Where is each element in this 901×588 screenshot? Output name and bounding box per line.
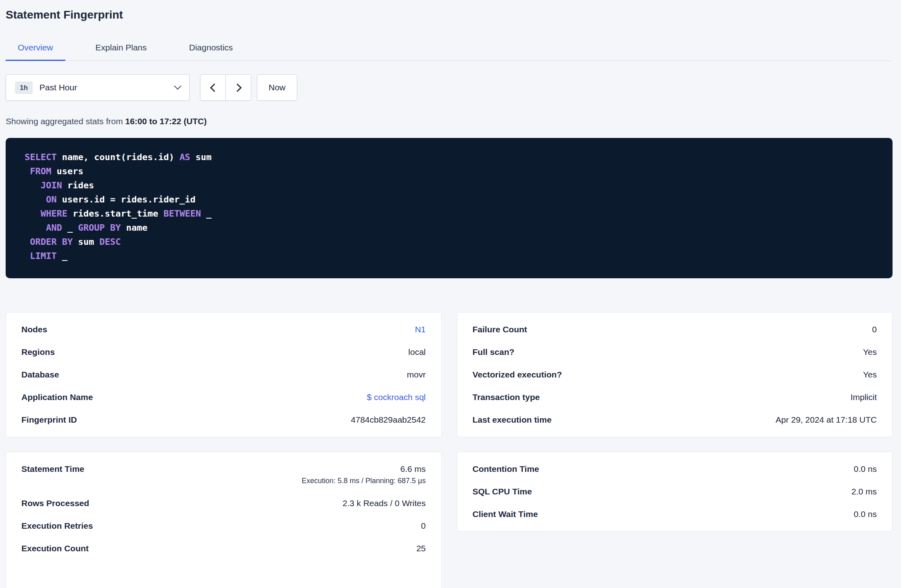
stat-row: Execution Count25 bbox=[21, 537, 426, 560]
stat-value-box: 25 bbox=[416, 543, 425, 554]
stat-value-box: 4784cb829aab2542 bbox=[351, 415, 426, 425]
statement-details-card: NodesN1RegionslocalDatabasemovrApplicati… bbox=[6, 312, 442, 437]
stat-row: NodesN1 bbox=[21, 318, 426, 341]
stat-value: 0 bbox=[872, 325, 877, 334]
time-range-label: Past Hour bbox=[40, 83, 77, 92]
wait-times-rows: Contention Time0.0 nsSQL CPU Time2.0 msC… bbox=[473, 458, 877, 525]
stat-value-box: Yes bbox=[863, 347, 877, 357]
tab-overview[interactable]: Overview bbox=[6, 39, 65, 61]
execution-attributes-card: Failure Count0Full scan?YesVectorized ex… bbox=[457, 312, 893, 437]
chevron-left-icon bbox=[210, 83, 218, 92]
stat-value-box: Yes bbox=[863, 369, 877, 380]
stat-label: Regions bbox=[21, 347, 55, 357]
stat-value: 25 bbox=[416, 544, 425, 553]
stat-value: Yes bbox=[863, 370, 877, 379]
stat-row: Vectorized execution?Yes bbox=[473, 363, 877, 386]
stat-value-box: movr bbox=[407, 369, 426, 380]
wait-times-card: Contention Time0.0 nsSQL CPU Time2.0 msC… bbox=[457, 452, 893, 532]
statement-times-card: Statement Time6.6 msExecution: 5.8 ms / … bbox=[6, 452, 442, 588]
stat-value-box: 0.0 ns bbox=[854, 464, 877, 474]
sql-statement-box: SELECT name, count(rides.id) AS sum FROM… bbox=[6, 138, 893, 278]
time-range-toolbar: 1h Past Hour Now bbox=[6, 74, 893, 101]
stat-row: Rows Processed2.3 k Reads / 0 Writes bbox=[21, 492, 426, 515]
stat-row: Transaction typeImplicit bbox=[473, 386, 877, 409]
stat-label: Nodes bbox=[21, 324, 47, 335]
chevron-down-icon bbox=[174, 82, 181, 90]
stat-value: local bbox=[408, 347, 425, 357]
stat-label: Application Name bbox=[21, 392, 93, 402]
stat-label: Contention Time bbox=[473, 464, 539, 474]
stat-row: Regionslocal bbox=[21, 341, 426, 363]
execution-attributes-rows: Failure Count0Full scan?YesVectorized ex… bbox=[473, 318, 877, 431]
stat-value: Implicit bbox=[851, 392, 877, 402]
stat-value-box: $ cockroach sql bbox=[367, 392, 426, 402]
stat-label: SQL CPU Time bbox=[473, 486, 532, 497]
time-range-select[interactable]: 1h Past Hour bbox=[6, 74, 190, 101]
stat-label: Execution Count bbox=[21, 543, 89, 554]
stat-value-link[interactable]: N1 bbox=[415, 325, 426, 334]
stat-value-box: 2.0 ms bbox=[851, 486, 877, 497]
statement-details-rows: NodesN1RegionslocalDatabasemovrApplicati… bbox=[21, 318, 426, 431]
aggregated-stats-prefix: Showing aggregated stats from bbox=[6, 117, 123, 126]
stat-value-box: 6.6 msExecution: 5.8 ms / Planning: 687.… bbox=[302, 464, 426, 486]
sql-code: SELECT name, count(rides.id) AS sum FROM… bbox=[25, 150, 880, 263]
stat-value: 0.0 ns bbox=[854, 509, 877, 519]
stat-value-link[interactable]: $ cockroach sql bbox=[367, 392, 426, 402]
stat-row: Databasemovr bbox=[21, 363, 426, 386]
stat-label: Execution Retries bbox=[21, 521, 93, 531]
stat-label: Statement Time bbox=[21, 464, 84, 474]
stat-value-box: Apr 29, 2024 at 17:18 UTC bbox=[776, 415, 877, 425]
chevron-right-icon bbox=[233, 83, 242, 92]
stat-value: 4784cb829aab2542 bbox=[351, 415, 426, 424]
stat-value: 6.6 ms bbox=[400, 464, 425, 473]
tab-bar: Overview Explain Plans Diagnostics bbox=[6, 39, 893, 61]
stat-value: Apr 29, 2024 at 17:18 UTC bbox=[776, 415, 877, 424]
now-button[interactable]: Now bbox=[257, 74, 297, 101]
aggregated-stats-text: Showing aggregated stats from 16:00 to 1… bbox=[6, 116, 893, 127]
stat-label: Fingerprint ID bbox=[21, 415, 77, 425]
stat-row: Fingerprint ID4784cb829aab2542 bbox=[21, 409, 426, 431]
stat-row: Statement Time6.6 msExecution: 5.8 ms / … bbox=[21, 458, 426, 492]
tab-diagnostics[interactable]: Diagnostics bbox=[177, 39, 245, 61]
stat-row: SQL CPU Time2.0 ms bbox=[473, 480, 877, 503]
stat-label: Vectorized execution? bbox=[473, 369, 562, 380]
stat-label: Full scan? bbox=[473, 347, 515, 357]
stat-value: 2.3 k Reads / 0 Writes bbox=[342, 498, 425, 508]
summary-cards: NodesN1RegionslocalDatabasemovrApplicati… bbox=[6, 312, 893, 588]
tab-explain-plans[interactable]: Explain Plans bbox=[83, 39, 159, 61]
stat-value: 2.0 ms bbox=[851, 487, 877, 496]
stat-label: Database bbox=[21, 369, 59, 380]
stat-value-box: local bbox=[408, 347, 425, 357]
stat-row: Full scan?Yes bbox=[473, 341, 877, 363]
stat-value-box: 0 bbox=[421, 521, 426, 531]
statement-times-rows: Statement Time6.6 msExecution: 5.8 ms / … bbox=[21, 458, 426, 560]
stat-value-box: Implicit bbox=[851, 392, 877, 402]
time-step-buttons bbox=[200, 74, 251, 101]
prev-time-button[interactable] bbox=[200, 74, 226, 101]
next-time-button[interactable] bbox=[225, 74, 251, 101]
stat-label: Client Wait Time bbox=[473, 509, 538, 519]
stat-row: Execution Retries0 bbox=[21, 515, 426, 537]
time-interval-badge: 1h bbox=[15, 81, 33, 94]
stat-row: Last execution timeApr 29, 2024 at 17:18… bbox=[473, 409, 877, 431]
aggregated-stats-range: 16:00 to 17:22 (UTC) bbox=[125, 117, 207, 126]
stat-value-box: 0.0 ns bbox=[854, 509, 877, 519]
page-title: Statement Fingerprint bbox=[6, 8, 893, 22]
stat-row: Failure Count0 bbox=[473, 318, 877, 341]
stat-row: Contention Time0.0 ns bbox=[473, 458, 877, 480]
stat-label: Last execution time bbox=[473, 415, 552, 425]
stat-value-box: N1 bbox=[415, 324, 426, 335]
stat-value: Yes bbox=[863, 347, 877, 357]
stat-value-box: 2.3 k Reads / 0 Writes bbox=[342, 498, 425, 509]
stat-label: Rows Processed bbox=[21, 498, 89, 509]
stat-label: Failure Count bbox=[473, 324, 527, 335]
stat-label: Transaction type bbox=[473, 392, 540, 402]
stat-value-box: 0 bbox=[872, 324, 877, 335]
stat-value: movr bbox=[407, 370, 426, 379]
stat-row: Application Name$ cockroach sql bbox=[21, 386, 426, 409]
stat-value: 0 bbox=[421, 521, 426, 530]
stat-row: Client Wait Time0.0 ns bbox=[473, 503, 877, 525]
stat-subvalue: Execution: 5.8 ms / Planning: 687.5 µs bbox=[302, 476, 426, 486]
stat-value: 0.0 ns bbox=[854, 464, 877, 473]
